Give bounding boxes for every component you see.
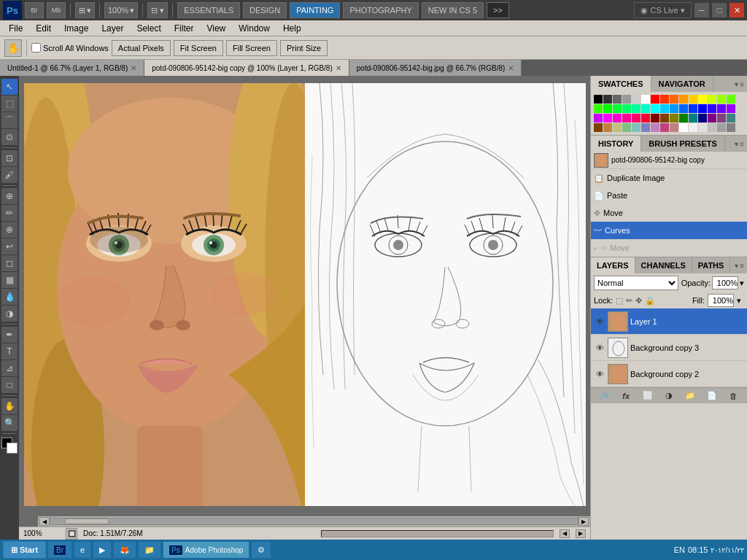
swatch-50[interactable] bbox=[641, 123, 650, 132]
swatch-14[interactable] bbox=[727, 95, 735, 104]
swatch-22[interactable] bbox=[660, 104, 669, 113]
lock-transparent-icon[interactable]: ⬚ bbox=[616, 296, 623, 306]
swatch-25[interactable] bbox=[689, 104, 697, 113]
layer-adjust-btn[interactable]: ◑ bbox=[662, 389, 676, 402]
swatch-15[interactable] bbox=[594, 104, 603, 113]
history-collapse-icon[interactable]: ▾ bbox=[735, 140, 738, 148]
doc-tab-2[interactable]: potd-090806-95142-big.jpg @ 66.7% (RGB/8… bbox=[349, 60, 522, 76]
swatch-40[interactable] bbox=[689, 114, 697, 122]
nav-new-cs5[interactable]: NEW IN CS 5 bbox=[422, 2, 484, 18]
layer-delete-btn[interactable]: 🗑 bbox=[726, 389, 740, 402]
fit-screen-button[interactable]: Fit Screen bbox=[174, 40, 223, 56]
lock-image-icon[interactable]: ✏ bbox=[626, 296, 632, 306]
tab-swatches[interactable]: SWATCHES bbox=[591, 76, 651, 92]
print-size-button[interactable]: Print Size bbox=[280, 40, 328, 56]
swatch-42[interactable] bbox=[708, 114, 716, 122]
maximize-button[interactable]: □ bbox=[712, 3, 727, 18]
swatch-36[interactable] bbox=[651, 114, 659, 122]
scroll-track[interactable] bbox=[50, 518, 578, 525]
menu-select[interactable]: Select bbox=[131, 22, 166, 35]
swatch-38[interactable] bbox=[670, 114, 678, 122]
tab-paths[interactable]: PATHS bbox=[692, 257, 731, 273]
path-tool[interactable]: ⊿ bbox=[1, 360, 18, 376]
tab-channels[interactable]: CHANNELS bbox=[635, 257, 692, 273]
status-scroll-right[interactable]: ▶ bbox=[576, 529, 586, 538]
shape-tool[interactable]: □ bbox=[1, 377, 18, 393]
history-source-state[interactable]: potd-090806-95142-big copy bbox=[591, 152, 747, 169]
nav-more[interactable]: >> bbox=[487, 2, 509, 18]
swatch-21[interactable] bbox=[651, 104, 659, 113]
taskbar-app-photoshop[interactable]: Ps Adobe Photoshop bbox=[163, 541, 249, 559]
healing-brush-tool[interactable]: ⊕ bbox=[1, 188, 18, 204]
zoom-dropdown[interactable]: 100% ▾ bbox=[104, 2, 138, 18]
taskbar-app-firefox[interactable]: 🦊 bbox=[113, 541, 136, 559]
nav-painting[interactable]: PAINTING bbox=[290, 2, 340, 18]
clone-stamp-tool[interactable]: ⊗ bbox=[1, 222, 18, 238]
crop-tool[interactable]: ⊡ bbox=[1, 150, 18, 166]
lock-position-icon[interactable]: ✥ bbox=[635, 296, 642, 306]
history-brush-tool[interactable]: ↩ bbox=[1, 238, 18, 254]
swatch-18[interactable] bbox=[622, 104, 631, 113]
swatch-44[interactable] bbox=[727, 114, 735, 122]
swatch-58[interactable] bbox=[717, 123, 726, 132]
swatches-collapse-icon[interactable]: ▾ bbox=[735, 80, 738, 88]
swatch-4[interactable] bbox=[632, 95, 640, 104]
close-button[interactable]: ✕ bbox=[729, 3, 744, 18]
nav-essentials[interactable]: ESSENTIALS bbox=[177, 2, 240, 18]
swatch-31[interactable] bbox=[603, 114, 612, 122]
swatch-12[interactable] bbox=[708, 95, 716, 104]
start-button[interactable]: ⊞ Start bbox=[3, 541, 46, 559]
dodge-tool[interactable]: ◑ bbox=[1, 306, 18, 322]
swatch-10[interactable] bbox=[689, 95, 697, 104]
zoom-tool[interactable]: 🔍 bbox=[1, 415, 18, 431]
swatch-24[interactable] bbox=[679, 104, 688, 113]
marquee-tool[interactable]: ⬚ bbox=[1, 96, 18, 112]
hand-tool-icon[interactable]: ✋ bbox=[4, 39, 22, 57]
menu-window[interactable]: Window bbox=[233, 22, 276, 35]
layer-fx-btn[interactable]: fx bbox=[619, 389, 633, 402]
swatch-51[interactable] bbox=[651, 123, 659, 132]
actual-pixels-button[interactable]: Actual Pixels bbox=[112, 40, 171, 56]
taskbar-app-ie[interactable]: e bbox=[74, 541, 91, 559]
opacity-arrow[interactable]: ▾ bbox=[740, 279, 744, 288]
scroll-right-btn[interactable]: ▶ bbox=[578, 517, 589, 526]
mini-bridge-icon-btn[interactable]: Mb bbox=[47, 2, 66, 18]
swatch-55[interactable] bbox=[689, 123, 697, 132]
layers-collapse-icon[interactable]: ▾ bbox=[735, 262, 738, 270]
doc-tab-0[interactable]: Untitled-1 @ 66.7% (Layer 1, RGB/8) ✕ bbox=[0, 60, 144, 76]
background-color[interactable] bbox=[7, 443, 18, 454]
swatch-20[interactable] bbox=[641, 104, 650, 113]
swatch-6[interactable] bbox=[651, 95, 659, 104]
fill-screen-button[interactable]: Fill Screen bbox=[226, 40, 277, 56]
swatch-45[interactable] bbox=[594, 123, 603, 132]
swatch-23[interactable] bbox=[670, 104, 678, 113]
swatch-17[interactable] bbox=[613, 104, 622, 113]
nav-photography[interactable]: PHOTOGRAPHY bbox=[343, 2, 418, 18]
swatch-59[interactable] bbox=[727, 123, 735, 132]
swatch-33[interactable] bbox=[622, 114, 631, 122]
history-item-3[interactable]: 〰 Curves bbox=[591, 222, 747, 239]
tab-history[interactable]: HISTORY bbox=[591, 136, 641, 152]
swatch-27[interactable] bbox=[708, 104, 716, 113]
history-item-2[interactable]: ✥ Move bbox=[591, 204, 747, 222]
swatch-9[interactable] bbox=[679, 95, 688, 104]
swatch-47[interactable] bbox=[613, 123, 622, 132]
status-info-icon[interactable]: 🔲 bbox=[66, 528, 77, 540]
swatch-49[interactable] bbox=[632, 123, 640, 132]
type-tool[interactable]: T bbox=[1, 343, 18, 359]
swatch-11[interactable] bbox=[698, 95, 707, 104]
swatch-35[interactable] bbox=[641, 114, 650, 122]
brush-tool[interactable]: ✏ bbox=[1, 205, 18, 221]
swatch-53[interactable] bbox=[670, 123, 678, 132]
swatch-54[interactable] bbox=[679, 123, 688, 132]
tab-layers[interactable]: LAYERS bbox=[591, 257, 635, 273]
swatch-46[interactable] bbox=[603, 123, 612, 132]
menu-view[interactable]: View bbox=[201, 22, 231, 35]
bridge-icon-btn[interactable]: Br bbox=[25, 2, 44, 18]
swatch-43[interactable] bbox=[717, 114, 726, 122]
scroll-all-windows-checkbox[interactable]: Scroll All Windows bbox=[31, 43, 109, 52]
eraser-tool[interactable]: ◻ bbox=[1, 255, 18, 271]
tab-close-2[interactable]: ✕ bbox=[508, 64, 514, 72]
swatch-3[interactable] bbox=[622, 95, 631, 104]
blur-tool[interactable]: 💧 bbox=[1, 289, 18, 305]
